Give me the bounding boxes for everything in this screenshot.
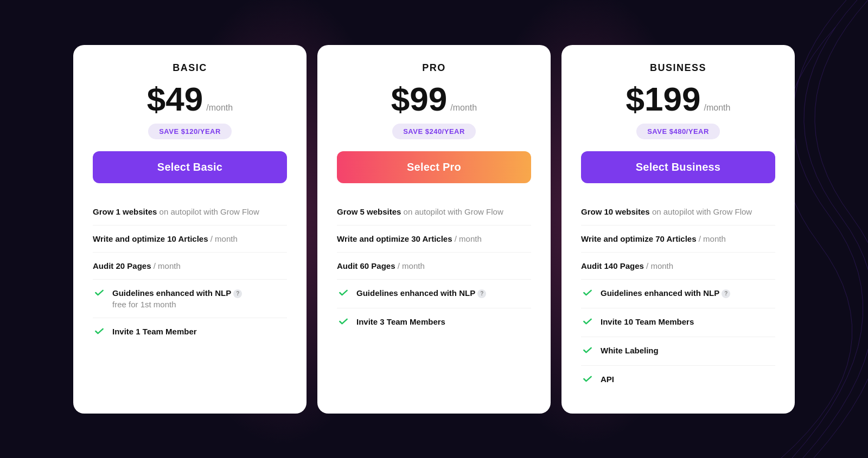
feature-text-business-6: API	[601, 373, 614, 385]
feature-text-basic-3: Guidelines enhanced with NLP?free for 1s…	[112, 287, 242, 310]
feature-item-business-1: Write and optimize 70 Articles / month	[581, 225, 775, 253]
feature-text-basic-2: Audit 20 Pages / month	[93, 260, 181, 272]
feature-item-business-5: White Labeling	[581, 337, 775, 366]
plan-name-pro: PRO	[337, 62, 531, 74]
feature-item-business-2: Audit 140 Pages / month	[581, 253, 775, 280]
pricing-card-pro: PRO$99/monthSAVE $240/YEARSelect ProGrow…	[317, 45, 551, 414]
check-icon-pro-4	[337, 316, 350, 329]
check-icon-business-4	[581, 316, 594, 329]
plan-name-basic: BASIC	[93, 62, 287, 74]
check-icon-business-6	[581, 373, 594, 386]
feature-item-business-3: Guidelines enhanced with NLP?	[581, 280, 775, 308]
select-button-business[interactable]: Select Business	[581, 151, 775, 183]
feature-subtext-basic-3: free for 1st month	[112, 299, 242, 310]
check-icon-business-5	[581, 345, 594, 358]
feature-item-pro-4: Invite 3 Team Members	[337, 308, 531, 337]
price-period-business: /month	[704, 103, 731, 113]
save-badge-pro: SAVE $240/YEAR	[392, 124, 476, 139]
pricing-card-basic: BASIC$49/monthSAVE $120/YEARSelect Basic…	[73, 45, 307, 414]
feature-item-basic-2: Audit 20 Pages / month	[93, 253, 287, 280]
feature-text-basic-1: Write and optimize 10 Articles / month	[93, 233, 238, 244]
feature-text-basic-4: Invite 1 Team Member	[112, 326, 197, 337]
price-amount-pro: $99	[391, 82, 447, 116]
pricing-card-business: BUSINESS$199/monthSAVE $480/YEARSelect B…	[561, 45, 795, 414]
feature-text-pro-0: Grow 5 websites on autopilot with Grow F…	[337, 206, 503, 217]
select-button-pro[interactable]: Select Pro	[337, 151, 531, 183]
question-icon-business-3[interactable]: ?	[722, 289, 730, 298]
plan-name-business: BUSINESS	[581, 62, 775, 74]
feature-item-business-0: Grow 10 websites on autopilot with Grow …	[581, 198, 775, 225]
save-badge-basic: SAVE $120/YEAR	[148, 124, 232, 139]
feature-text-business-3: Guidelines enhanced with NLP?	[601, 287, 730, 299]
check-icon-basic-4	[93, 326, 106, 339]
features-list-business: Grow 10 websites on autopilot with Grow …	[581, 198, 775, 394]
features-list-basic: Grow 1 websites on autopilot with Grow F…	[93, 198, 287, 346]
check-icon-basic-3	[93, 287, 106, 300]
feature-item-basic-3: Guidelines enhanced with NLP?free for 1s…	[93, 280, 287, 318]
feature-text-pro-3: Guidelines enhanced with NLP?	[356, 287, 486, 299]
features-list-pro: Grow 5 websites on autopilot with Grow F…	[337, 198, 531, 337]
feature-text-pro-4: Invite 3 Team Members	[356, 316, 445, 327]
price-amount-business: $199	[626, 82, 701, 116]
feature-item-basic-1: Write and optimize 10 Articles / month	[93, 225, 287, 253]
select-button-basic[interactable]: Select Basic	[93, 151, 287, 183]
feature-text-pro-2: Audit 60 Pages / month	[337, 260, 425, 272]
feature-item-pro-3: Guidelines enhanced with NLP?	[337, 280, 531, 308]
question-icon-basic-3[interactable]: ?	[233, 289, 242, 298]
feature-item-pro-1: Write and optimize 30 Articles / month	[337, 225, 531, 253]
save-badge-business: SAVE $480/YEAR	[636, 124, 720, 139]
feature-item-business-6: API	[581, 366, 775, 394]
feature-item-business-4: Invite 10 Team Members	[581, 308, 775, 337]
feature-item-pro-2: Audit 60 Pages / month	[337, 253, 531, 280]
price-row-basic: $49/month	[93, 82, 287, 116]
price-period-basic: /month	[206, 103, 233, 113]
feature-text-business-5: White Labeling	[601, 345, 659, 356]
price-amount-basic: $49	[147, 82, 203, 116]
check-icon-business-3	[581, 287, 594, 300]
price-row-business: $199/month	[581, 82, 775, 116]
feature-text-business-1: Write and optimize 70 Articles / month	[581, 233, 726, 244]
pricing-cards-container: BASIC$49/monthSAVE $120/YEARSelect Basic…	[54, 45, 814, 414]
feature-text-business-0: Grow 10 websites on autopilot with Grow …	[581, 206, 752, 217]
feature-text-pro-1: Write and optimize 30 Articles / month	[337, 233, 482, 244]
price-period-pro: /month	[450, 103, 477, 113]
check-icon-pro-3	[337, 287, 350, 300]
question-icon-pro-3[interactable]: ?	[477, 289, 486, 298]
feature-item-basic-0: Grow 1 websites on autopilot with Grow F…	[93, 198, 287, 225]
feature-item-pro-0: Grow 5 websites on autopilot with Grow F…	[337, 198, 531, 225]
feature-text-business-4: Invite 10 Team Members	[601, 316, 694, 327]
feature-item-basic-4: Invite 1 Team Member	[93, 318, 287, 346]
feature-text-basic-0: Grow 1 websites on autopilot with Grow F…	[93, 206, 259, 217]
price-row-pro: $99/month	[337, 82, 531, 116]
feature-text-business-2: Audit 140 Pages / month	[581, 260, 673, 272]
